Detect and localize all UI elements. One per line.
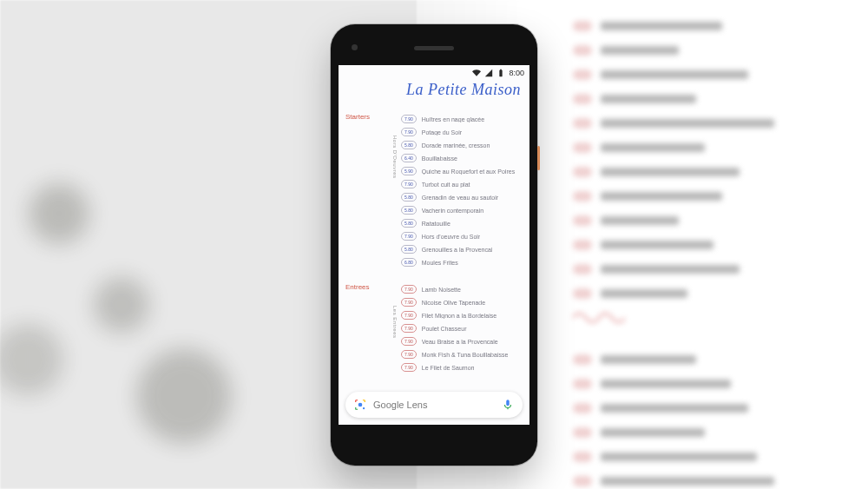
menu-item-name: Poulet Chasseur xyxy=(422,326,467,332)
menu-item-name: Hors d'oeuvre du Soir xyxy=(422,234,480,240)
restaurant-title: La Petite Maison xyxy=(345,81,523,99)
menu-item-name: Vacherin contemporain xyxy=(422,208,483,214)
menu-item-price: 7.90 xyxy=(401,232,417,241)
menu-item-price: 5.80 xyxy=(401,141,417,149)
section-items: 7.90Huîtres en nage glacée7.90Potage du … xyxy=(401,113,523,269)
menu-item: 7.90Filet Mignon a la Bordelaise xyxy=(401,309,523,322)
menu-item-name: Lamb Noisette xyxy=(422,287,461,293)
menu-item-name: Dorade marinée, cresson xyxy=(422,142,490,149)
google-lens-label: Google Lens xyxy=(373,400,495,410)
battery-icon xyxy=(496,69,505,77)
menu-item: 7.90Potage du Soir xyxy=(401,126,523,139)
menu-item-price: 5.80 xyxy=(401,219,417,228)
menu-item-name: Huîtres en nage glacée xyxy=(422,116,484,122)
menu-item-price: 5.80 xyxy=(401,245,417,254)
menu-item-price: 7.90 xyxy=(401,115,417,123)
menu-item-price: 7.90 xyxy=(401,311,417,320)
menu-item: 7.90Veau Braise a la Provencale xyxy=(401,335,523,348)
menu-item: 7.90Turbot cuit au plat xyxy=(401,178,523,191)
menu-item: 5.80Ratatouille xyxy=(401,217,523,230)
status-time: 8:00 xyxy=(509,69,524,77)
microphone-icon[interactable] xyxy=(502,399,514,411)
background-plant xyxy=(0,104,278,469)
menu-item: 5.80Vacherin contemporain xyxy=(401,204,523,217)
phone-bezel-bottom xyxy=(339,425,529,458)
menu-item-name: Ratatouille xyxy=(422,221,450,227)
menu-item-price: 5.80 xyxy=(401,193,417,202)
menu-item-name: Le Filet de Saumon xyxy=(422,365,475,371)
menu-item-price: 7.90 xyxy=(401,363,417,372)
menu-item-price: 5.80 xyxy=(401,206,417,215)
menu-item: 7.90Nicoise Olive Tapenade xyxy=(401,296,523,309)
wifi-icon xyxy=(472,69,481,77)
cellular-icon xyxy=(484,69,493,77)
phone-bezel-top xyxy=(339,32,529,65)
section-side-label: Hors D'Oeuvres xyxy=(387,113,398,269)
menu-section-starters: Starters Hors D'Oeuvres 7.90Huîtres en n… xyxy=(345,113,523,269)
menu-item: 7.90Hors d'oeuvre du Soir xyxy=(401,230,523,243)
menu-item: 6.40Bouillabaisse xyxy=(401,152,523,165)
menu-item-price: 7.90 xyxy=(401,337,417,346)
menu-item-name: Turbot cuit au plat xyxy=(422,182,470,188)
menu-item-name: Potage du Soir xyxy=(422,129,462,135)
menu-item-name: Veau Braise a la Provencale xyxy=(422,339,498,345)
speaker-grille xyxy=(414,46,454,50)
google-lens-logo-icon xyxy=(354,399,366,411)
menu-item-name: Grenouilles a la Provencal xyxy=(422,247,493,253)
menu-item-name: Quiche au Roquefort et aux Poires xyxy=(422,169,515,175)
menu-item: 7.90Lamb Noisette xyxy=(401,283,523,296)
menu-item-price: 5.90 xyxy=(401,167,417,175)
menu-item: 7.90Poulet Chasseur xyxy=(401,322,523,335)
phone-screen: 8:00 La Petite Maison Starters Hors D'Oe… xyxy=(339,65,529,425)
menu-item: 5.80Grenouilles a la Provencal xyxy=(401,243,523,256)
menu-item-price: 7.90 xyxy=(401,350,417,359)
menu-item-price: 7.90 xyxy=(401,128,417,136)
menu-item: 5.80Dorade marinée, cresson xyxy=(401,139,523,152)
camera-viewfinder-content: La Petite Maison Starters Hors D'Oeuvres… xyxy=(339,81,529,388)
phone-frame: 8:00 La Petite Maison Starters Hors D'Oe… xyxy=(331,24,537,466)
menu-item-name: Moules Frites xyxy=(422,260,458,266)
front-camera xyxy=(352,44,358,50)
menu-item-price: 7.90 xyxy=(401,298,417,307)
menu-item-price: 7.90 xyxy=(401,324,417,333)
menu-item-price: 6.40 xyxy=(401,154,417,162)
menu-item: 5.80Grenadin de veau au sautoir xyxy=(401,191,523,204)
section-heading: Entrees xyxy=(345,283,384,374)
menu-item: 7.90Le Filet de Saumon xyxy=(401,361,523,374)
menu-item-price: 6.80 xyxy=(401,258,417,267)
menu-item-name: Nicoise Olive Tapenade xyxy=(422,300,485,306)
section-side-label: Les Entrees xyxy=(387,283,398,374)
menu-item-name: Bouillabaisse xyxy=(422,155,457,162)
section-heading: Starters xyxy=(345,113,384,269)
android-status-bar: 8:00 xyxy=(339,65,529,81)
svg-point-0 xyxy=(358,402,363,406)
menu-item-name: Filet Mignon a la Bordelaise xyxy=(422,313,496,319)
google-lens-bar[interactable]: Google Lens xyxy=(345,392,523,418)
menu-item-price: 7.90 xyxy=(401,285,417,294)
menu-section-entrees: Entrees Les Entrees 7.90Lamb Noisette7.9… xyxy=(345,283,523,374)
menu-item: 7.90Huîtres en nage glacée xyxy=(401,113,523,126)
svg-point-1 xyxy=(363,406,365,408)
menu-item: 6.80Moules Frites xyxy=(401,256,523,269)
menu-item: 5.90Quiche au Roquefort et aux Poires xyxy=(401,165,523,178)
menu-item-name: Grenadin de veau au sautoir xyxy=(422,195,498,201)
section-items: 7.90Lamb Noisette7.90Nicoise Olive Tapen… xyxy=(401,283,523,374)
background-blurred-list xyxy=(573,17,851,489)
menu-item-price: 7.90 xyxy=(401,180,417,188)
menu-item: 7.90Monk Fish & Tuna Bouillabaisse xyxy=(401,348,523,361)
menu-item-name: Monk Fish & Tuna Bouillabaisse xyxy=(422,352,509,358)
